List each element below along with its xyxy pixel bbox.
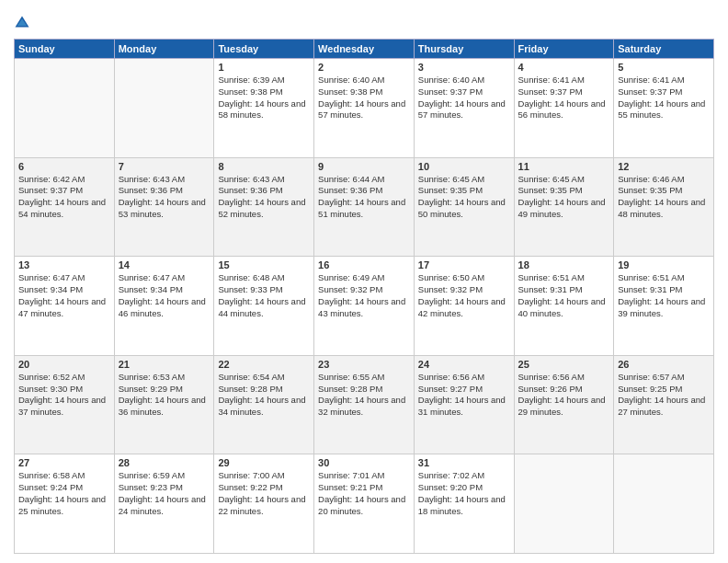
calendar-table: SundayMondayTuesdayWednesdayThursdayFrid… <box>14 39 714 554</box>
day-number: 15 <box>218 259 310 270</box>
week-row-1: 1Sunrise: 6:39 AMSunset: 9:38 PMDaylight… <box>15 59 714 158</box>
sunset-text: Sunset: 9:35 PM <box>618 185 682 195</box>
sunset-text: Sunset: 9:35 PM <box>518 185 583 195</box>
daylight-text: Daylight: 14 hours and 53 minutes. <box>119 197 206 219</box>
sunset-text: Sunset: 9:27 PM <box>418 384 483 394</box>
calendar-cell: 23Sunrise: 6:55 AMSunset: 9:28 PMDayligh… <box>314 355 415 454</box>
sunrise-text: Sunrise: 6:54 AM <box>218 372 284 382</box>
sunrise-text: Sunrise: 6:40 AM <box>418 75 484 85</box>
calendar-cell: 29Sunrise: 7:00 AMSunset: 9:22 PMDayligh… <box>214 454 314 554</box>
sunset-text: Sunset: 9:34 PM <box>119 284 183 294</box>
day-info: Sunrise: 6:49 AMSunset: 9:32 PMDaylight:… <box>318 272 410 319</box>
sunrise-text: Sunrise: 7:02 AM <box>418 470 484 480</box>
day-info: Sunrise: 6:40 AMSunset: 9:38 PMDaylight:… <box>318 75 410 121</box>
calendar-cell <box>15 59 115 158</box>
day-number: 3 <box>418 62 510 73</box>
sunrise-text: Sunrise: 6:47 AM <box>18 272 85 282</box>
day-info: Sunrise: 6:44 AMSunset: 9:36 PMDaylight:… <box>318 174 410 221</box>
calendar-cell: 27Sunrise: 6:58 AMSunset: 9:24 PMDayligh… <box>15 454 115 554</box>
sunset-text: Sunset: 9:30 PM <box>18 384 83 394</box>
calendar-cell: 13Sunrise: 6:47 AMSunset: 9:34 PMDayligh… <box>15 257 115 356</box>
sunrise-text: Sunrise: 6:44 AM <box>318 174 384 184</box>
sunrise-text: Sunrise: 7:01 AM <box>318 470 384 480</box>
calendar-cell <box>614 454 714 554</box>
sunrise-text: Sunrise: 6:40 AM <box>318 75 384 85</box>
day-number: 9 <box>318 161 410 172</box>
day-number: 14 <box>119 259 210 270</box>
day-header-monday: Monday <box>114 40 214 59</box>
day-header-wednesday: Wednesday <box>314 40 415 59</box>
daylight-text: Daylight: 14 hours and 46 minutes. <box>119 296 206 318</box>
daylight-text: Daylight: 14 hours and 24 minutes. <box>119 494 206 516</box>
sunset-text: Sunset: 9:32 PM <box>418 284 483 294</box>
calendar-cell: 12Sunrise: 6:46 AMSunset: 9:35 PMDayligh… <box>614 157 714 257</box>
day-number: 16 <box>318 259 410 270</box>
sunset-text: Sunset: 9:36 PM <box>318 185 382 195</box>
day-info: Sunrise: 6:48 AMSunset: 9:33 PMDaylight:… <box>218 272 310 319</box>
calendar-cell: 6Sunrise: 6:42 AMSunset: 9:37 PMDaylight… <box>15 157 115 257</box>
day-info: Sunrise: 6:45 AMSunset: 9:35 PMDaylight:… <box>518 174 610 221</box>
daylight-text: Daylight: 14 hours and 29 minutes. <box>518 395 606 417</box>
day-info: Sunrise: 7:00 AMSunset: 9:22 PMDaylight:… <box>218 470 310 517</box>
day-info: Sunrise: 7:01 AMSunset: 9:21 PMDaylight:… <box>318 470 410 517</box>
sunset-text: Sunset: 9:25 PM <box>618 384 682 394</box>
day-number: 7 <box>119 161 210 172</box>
calendar-cell: 30Sunrise: 7:01 AMSunset: 9:21 PMDayligh… <box>314 454 415 554</box>
daylight-text: Daylight: 14 hours and 31 minutes. <box>418 395 506 417</box>
calendar-cell: 5Sunrise: 6:41 AMSunset: 9:37 PMDaylight… <box>614 59 714 158</box>
sunrise-text: Sunrise: 6:51 AM <box>518 272 585 282</box>
calendar-cell: 24Sunrise: 6:56 AMSunset: 9:27 PMDayligh… <box>414 355 514 454</box>
day-number: 1 <box>218 62 310 73</box>
sunset-text: Sunset: 9:32 PM <box>318 284 382 294</box>
day-number: 6 <box>18 161 110 172</box>
calendar-cell: 8Sunrise: 6:43 AMSunset: 9:36 PMDaylight… <box>214 157 314 257</box>
day-info: Sunrise: 6:59 AMSunset: 9:23 PMDaylight:… <box>119 470 210 517</box>
calendar-cell: 31Sunrise: 7:02 AMSunset: 9:20 PMDayligh… <box>414 454 514 554</box>
sunset-text: Sunset: 9:31 PM <box>618 284 682 294</box>
day-number: 8 <box>218 161 310 172</box>
sunrise-text: Sunrise: 6:46 AM <box>618 174 684 184</box>
sunset-text: Sunset: 9:26 PM <box>518 384 583 394</box>
daylight-text: Daylight: 14 hours and 44 minutes. <box>218 296 305 318</box>
week-row-2: 6Sunrise: 6:42 AMSunset: 9:37 PMDaylight… <box>15 157 714 257</box>
calendar-cell: 4Sunrise: 6:41 AMSunset: 9:37 PMDaylight… <box>514 59 614 158</box>
sunrise-text: Sunrise: 6:42 AM <box>18 174 85 184</box>
day-info: Sunrise: 6:43 AMSunset: 9:36 PMDaylight:… <box>218 174 310 221</box>
sunset-text: Sunset: 9:38 PM <box>318 86 382 97</box>
day-info: Sunrise: 6:42 AMSunset: 9:37 PMDaylight:… <box>18 174 110 221</box>
calendar-cell: 21Sunrise: 6:53 AMSunset: 9:29 PMDayligh… <box>114 355 214 454</box>
daylight-text: Daylight: 14 hours and 56 minutes. <box>518 98 606 121</box>
day-header-saturday: Saturday <box>614 40 714 59</box>
calendar-cell: 22Sunrise: 6:54 AMSunset: 9:28 PMDayligh… <box>214 355 314 454</box>
page: SundayMondayTuesdayWednesdayThursdayFrid… <box>0 0 728 563</box>
day-number: 24 <box>418 359 510 370</box>
daylight-text: Daylight: 14 hours and 36 minutes. <box>119 395 206 417</box>
sunset-text: Sunset: 9:28 PM <box>218 384 282 394</box>
sunset-text: Sunset: 9:28 PM <box>318 384 382 394</box>
day-number: 20 <box>18 359 110 370</box>
day-number: 5 <box>618 62 710 73</box>
sunrise-text: Sunrise: 6:53 AM <box>119 372 185 382</box>
day-number: 18 <box>518 259 610 270</box>
daylight-text: Daylight: 14 hours and 55 minutes. <box>618 98 705 121</box>
sunrise-text: Sunrise: 6:58 AM <box>18 470 85 480</box>
daylight-text: Daylight: 14 hours and 37 minutes. <box>18 395 106 417</box>
day-number: 4 <box>518 62 610 73</box>
day-info: Sunrise: 6:55 AMSunset: 9:28 PMDaylight:… <box>318 372 410 419</box>
calendar-cell: 18Sunrise: 6:51 AMSunset: 9:31 PMDayligh… <box>514 257 614 356</box>
day-info: Sunrise: 6:54 AMSunset: 9:28 PMDaylight:… <box>218 372 310 419</box>
daylight-text: Daylight: 14 hours and 47 minutes. <box>18 296 106 318</box>
day-number: 27 <box>18 457 110 468</box>
daylight-text: Daylight: 14 hours and 18 minutes. <box>418 494 506 516</box>
calendar-cell: 11Sunrise: 6:45 AMSunset: 9:35 PMDayligh… <box>514 157 614 257</box>
daylight-text: Daylight: 14 hours and 40 minutes. <box>518 296 606 318</box>
sunrise-text: Sunrise: 6:50 AM <box>418 272 484 282</box>
sunrise-text: Sunrise: 6:55 AM <box>318 372 384 382</box>
sunset-text: Sunset: 9:37 PM <box>618 86 682 97</box>
calendar-cell: 28Sunrise: 6:59 AMSunset: 9:23 PMDayligh… <box>114 454 214 554</box>
sunrise-text: Sunrise: 6:56 AM <box>418 372 484 382</box>
daylight-text: Daylight: 14 hours and 48 minutes. <box>618 197 705 219</box>
day-info: Sunrise: 6:56 AMSunset: 9:26 PMDaylight:… <box>518 372 610 419</box>
day-header-thursday: Thursday <box>414 40 514 59</box>
calendar-cell: 16Sunrise: 6:49 AMSunset: 9:32 PMDayligh… <box>314 257 415 356</box>
